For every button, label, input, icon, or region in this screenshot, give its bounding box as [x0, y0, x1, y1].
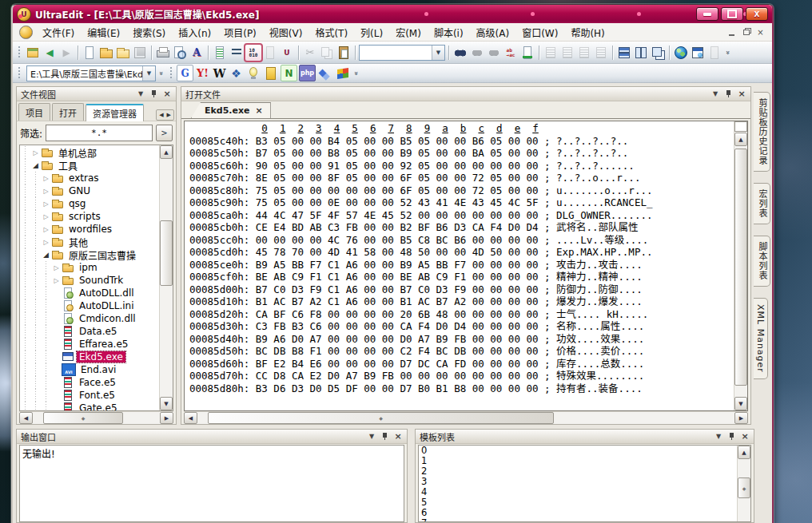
- pin-icon[interactable]: [381, 432, 388, 441]
- menu-item[interactable]: 搜索(S): [126, 23, 172, 42]
- google-icon[interactable]: G: [177, 65, 193, 81]
- tree-item-SoundTrk[interactable]: ▷SoundTrk: [20, 274, 159, 287]
- tree-item-Effarea.e5[interactable]: Effarea.e5: [20, 338, 159, 351]
- font-icon[interactable]: A: [189, 45, 205, 61]
- split-vertical-icon[interactable]: [633, 45, 649, 61]
- tree-expand-icon[interactable]: ▷: [51, 264, 62, 271]
- scroll-down-icon[interactable]: ▼: [160, 397, 173, 410]
- pin-icon[interactable]: [728, 432, 735, 441]
- tree-item-Font.e5[interactable]: Font.e5: [20, 389, 159, 402]
- tree-item-End.avi[interactable]: AVIEnd.avi: [20, 363, 159, 376]
- document-tab-ekd5[interactable]: Ekd5.exe ×: [191, 102, 271, 118]
- back-icon[interactable]: ◀: [42, 45, 58, 61]
- filter-go-button[interactable]: >: [156, 125, 173, 141]
- tree-item-extras[interactable]: ▷extras: [20, 172, 159, 184]
- hex-row[interactable]: 00085d60h: BF E2 B4 E6 00 00 00 00 D7 DC…: [189, 358, 734, 370]
- tree-item-工具[interactable]: ◢工具: [20, 159, 159, 172]
- filter-input[interactable]: [46, 125, 153, 141]
- paste-icon[interactable]: [336, 45, 352, 61]
- menu-item[interactable]: 宏(M): [389, 23, 428, 42]
- replace-in-files-icon[interactable]: [519, 45, 535, 61]
- file-path-combo[interactable]: E:\工具\原版三国志曹操\Ekd5.exe ▼: [26, 65, 156, 81]
- panel-close-icon[interactable]: ×: [162, 89, 172, 99]
- title-bar[interactable]: U UltraEdit - [E:\工具\原版三国志曹操\Ekd5.exe] X: [13, 5, 772, 23]
- hex-row[interactable]: 00085d20h: CA BF C6 F8 00 00 00 00 20 6B…: [189, 308, 734, 321]
- scroll-thumb[interactable]: ◆: [43, 412, 124, 424]
- find-icon[interactable]: [452, 45, 468, 61]
- output-window-body[interactable]: 无输出!: [19, 445, 404, 522]
- ue-home-icon[interactable]: U: [279, 45, 295, 61]
- menu-item[interactable]: 帮助(H): [564, 23, 611, 42]
- yahoo-icon[interactable]: Y!: [195, 65, 210, 81]
- tree-expand-icon[interactable]: ▷: [41, 188, 51, 195]
- scroll-thumb[interactable]: [160, 220, 173, 286]
- print-preview-icon[interactable]: [172, 45, 188, 61]
- tree-item-wordfiles[interactable]: ▷wordfiles: [20, 223, 159, 236]
- menu-item[interactable]: 格式(T): [308, 23, 354, 42]
- menu-item[interactable]: 列(L): [354, 23, 389, 42]
- bulb-icon[interactable]: [245, 65, 261, 81]
- tree-expand-icon[interactable]: ▷: [41, 226, 51, 233]
- panel-menu-icon[interactable]: ▼: [714, 433, 723, 440]
- tree-item-Cmdicon.dll[interactable]: Cmdicon.dll: [20, 312, 159, 325]
- tree-expand-icon[interactable]: ▷: [41, 213, 51, 220]
- hex-row[interactable]: 00085c70h: 8E 05 00 00 8F 05 00 00 6F 05…: [189, 172, 734, 184]
- template-item[interactable]: 3: [421, 477, 737, 487]
- menu-item[interactable]: 编辑(E): [81, 23, 126, 42]
- side-tab-脚本列表[interactable]: 脚本列表: [754, 236, 770, 287]
- tree-expand-icon[interactable]: ◢: [41, 251, 51, 259]
- notepad-icon[interactable]: N: [281, 65, 297, 81]
- menu-item[interactable]: 项目(P): [217, 23, 263, 42]
- new-file-icon[interactable]: [82, 45, 98, 61]
- side-tab-XML Manager[interactable]: XML Manager: [754, 298, 768, 379]
- chevron-down-icon[interactable]: ▼: [142, 66, 155, 81]
- menu-item[interactable]: 文件(F): [36, 23, 81, 42]
- hex-row[interactable]: 00085c80h: 75 05 00 00 00 00 00 00 6F 05…: [189, 184, 734, 197]
- panel-splitter[interactable]: [408, 429, 415, 523]
- tree-item-Ekd5.exe[interactable]: Ekd5.exe: [20, 351, 159, 363]
- chevron-down-icon[interactable]: ▼: [432, 46, 444, 60]
- favorites-combo[interactable]: ▼: [359, 45, 445, 61]
- template-item[interactable]: 1: [421, 456, 737, 466]
- hex-row[interactable]: 00085cb0h: CE E4 BD AB C3 FB 00 00 B2 BF…: [189, 221, 734, 234]
- menu-item[interactable]: 插入(n): [172, 23, 217, 42]
- toolbar-grip[interactable]: [169, 67, 173, 80]
- hex-row[interactable]: 00085ce0h: B9 A5 BB F7 C1 A6 00 00 B9 A5…: [189, 259, 734, 271]
- open-file-icon[interactable]: [98, 45, 114, 61]
- menu-item[interactable]: 窗口(W): [515, 23, 564, 42]
- scroll-right-icon[interactable]: ▶: [734, 412, 748, 424]
- file-view-tab-项目[interactable]: 项目: [18, 103, 50, 121]
- hex-row[interactable]: 00085d70h: CC D8 CA E2 D0 A7 B9 FB 00 00…: [189, 370, 734, 382]
- mdi-minimize-icon[interactable]: [726, 27, 737, 37]
- scroll-down-icon[interactable]: ▼: [734, 397, 747, 410]
- tree-item-其他[interactable]: ▷其他: [20, 236, 159, 248]
- split-horizontal-icon[interactable]: [616, 45, 632, 61]
- hex-row[interactable]: 00085d10h: B1 AC B7 A2 C1 A6 00 00 B1 AC…: [189, 295, 734, 308]
- replace-icon[interactable]: ab →ac: [503, 45, 519, 61]
- template-item[interactable]: 7: [421, 518, 737, 522]
- template-item[interactable]: 4: [421, 487, 737, 497]
- toolbar-overflow-icon[interactable]: »: [724, 48, 732, 57]
- pin-icon[interactable]: [150, 89, 157, 98]
- tree-item-Face.e5[interactable]: Face.e5: [20, 376, 159, 389]
- tree-item-Gate.e5[interactable]: Gate.e5: [20, 402, 159, 410]
- toolbar-grip[interactable]: [18, 67, 22, 80]
- scroll-left-icon[interactable]: ◀: [19, 412, 33, 424]
- tree-item-原版三国志曹操[interactable]: ◢原版三国志曹操: [20, 248, 159, 261]
- flag-icon[interactable]: ❖: [229, 65, 244, 81]
- toolbar-overflow-icon[interactable]: »: [157, 69, 165, 78]
- web-globe-icon[interactable]: [673, 45, 689, 61]
- tree-expand-icon[interactable]: ▷: [41, 239, 51, 246]
- panel-menu-icon[interactable]: ▼: [367, 433, 376, 440]
- hex-row[interactable]: 00085cd0h: 45 78 70 00 4D 41 58 00 48 50…: [189, 246, 734, 259]
- tree-item-GNU[interactable]: ▷GNU: [20, 184, 159, 197]
- hex-vertical-scrollbar[interactable]: ▲ ▼: [734, 121, 747, 410]
- tree-item-qsg[interactable]: ▷qsg: [20, 197, 159, 210]
- file-views-icon[interactable]: [25, 45, 41, 61]
- tree-item-单机总部[interactable]: ▷单机总部: [20, 146, 159, 159]
- template-item[interactable]: 2: [421, 466, 737, 477]
- php-icon[interactable]: php: [299, 65, 316, 81]
- scroll-thumb[interactable]: [734, 149, 747, 386]
- tree-item-AutoDLL.ini[interactable]: AutoDLL.ini: [20, 299, 159, 312]
- scroll-thumb[interactable]: ◆: [738, 477, 750, 498]
